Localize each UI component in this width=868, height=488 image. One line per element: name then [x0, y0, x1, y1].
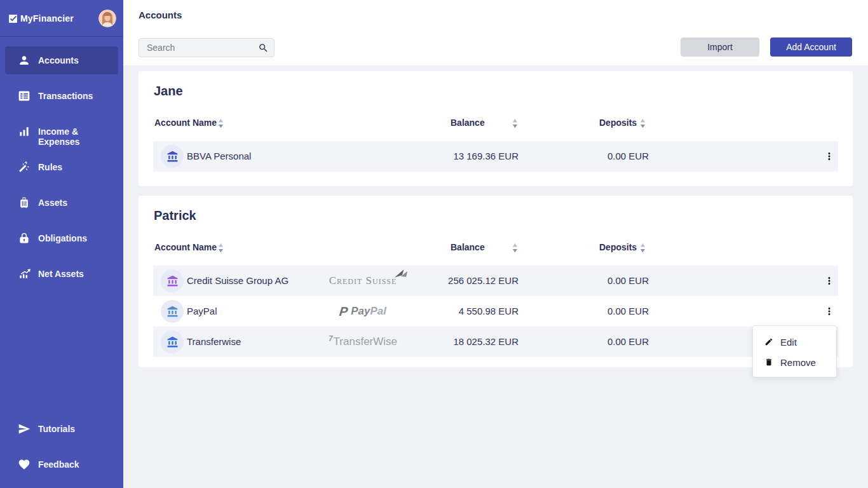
account-deposits: 0.00 EUR [522, 296, 649, 327]
account-balance: 256 025.12 EUR [391, 266, 519, 296]
sidebar-item-label: Accounts [38, 55, 79, 65]
heart-icon [18, 458, 31, 471]
account-name: Credit Suisse Group AG [187, 266, 288, 296]
account-deposits: 0.00 EUR [522, 141, 649, 172]
account-name: Transferwise [187, 327, 241, 357]
account-row[interactable]: PayPal P PayPal 4 550.98 EUR 0.00 EUR [153, 296, 838, 327]
account-balance: 4 550.98 EUR [391, 296, 519, 327]
sidebar-item-label: Obligations [38, 233, 87, 243]
column-header-balance[interactable]: Balance [451, 242, 485, 252]
column-header-account-name[interactable]: Account Name [154, 242, 217, 252]
sidebar-item-feedback[interactable]: Feedback [5, 451, 118, 478]
account-deposits: 0.00 EUR [522, 327, 649, 357]
context-menu-edit[interactable]: Edit [753, 332, 836, 352]
search-icon[interactable] [258, 43, 269, 53]
app-logo-icon [8, 13, 18, 24]
search-box [139, 38, 275, 57]
bank-icon [161, 145, 184, 168]
sidebar-item-obligations[interactable]: Obligations [5, 224, 118, 252]
account-name: PayPal [187, 296, 217, 327]
main-area: Accounts Import Add Account Jane Account… [123, 0, 868, 488]
sort-icon[interactable] [640, 243, 646, 252]
context-menu-remove[interactable]: Remove [753, 352, 836, 372]
app-title: MyFinancier [20, 13, 74, 24]
sidebar-item-label: Income & Expenses [38, 126, 118, 147]
sidebar-item-rules[interactable]: Rules [5, 153, 118, 181]
table-icon [18, 90, 31, 102]
bar-chart-icon [18, 125, 31, 138]
person-icon [18, 54, 31, 67]
group-owner-name: Jane [154, 84, 183, 98]
transferwise-flag-icon: 7 [329, 334, 333, 343]
sidebar-header: MyFinancier [0, 0, 123, 37]
sidebar-item-net-assets[interactable]: Net Assets [5, 260, 118, 288]
bank-icon [161, 269, 184, 292]
sidebar-item-label: Transactions [38, 91, 93, 101]
transferwise-logo: 7 TransferWise [329, 336, 397, 348]
table-header: Account Name Balance Deposits [153, 242, 838, 254]
account-balance: 13 169.36 EUR [391, 141, 519, 172]
sidebar-nav: Accounts Transactions Income & Expenses … [0, 46, 123, 295]
sidebar-item-label: Assets [38, 198, 67, 208]
sidebar-item-accounts[interactable]: Accounts [5, 46, 118, 74]
import-button[interactable]: Import [681, 37, 759, 57]
sidebar-item-tutorials[interactable]: Tutorials [5, 415, 118, 443]
add-account-button[interactable]: Add Account [770, 37, 852, 57]
account-name: BBVA Personal [187, 141, 251, 172]
sidebar: MyFinancier Accounts [0, 0, 123, 488]
sidebar-item-label: Net Assets [38, 269, 84, 279]
context-menu-label: Edit [780, 337, 797, 348]
sidebar-item-income-expenses[interactable]: Income & Expenses [5, 118, 118, 146]
bank-icon [161, 300, 184, 323]
account-row[interactable]: BBVA Personal 13 169.36 EUR 0.00 EUR [153, 141, 838, 172]
column-header-account-name[interactable]: Account Name [154, 118, 217, 128]
row-menu-button[interactable] [821, 273, 837, 288]
sidebar-item-label: Rules [38, 162, 62, 172]
topbar: Accounts Import Add Account [123, 0, 868, 65]
sidebar-footer-nav: Tutorials Feedback [0, 415, 123, 486]
pencil-icon [764, 337, 773, 346]
column-header-balance[interactable]: Balance [451, 118, 485, 128]
sort-icon[interactable] [512, 119, 518, 128]
trash-icon [764, 358, 773, 367]
app-window: MyFinancier Accounts [0, 0, 868, 488]
column-header-deposits[interactable]: Deposits [599, 118, 637, 128]
account-row[interactable]: Transferwise 7 TransferWise 18 025.32 EU… [153, 327, 838, 357]
column-header-deposits[interactable]: Deposits [599, 242, 637, 252]
trending-chart-icon [18, 268, 31, 280]
magic-wand-icon [18, 161, 31, 173]
bank-icon [161, 330, 184, 353]
row-context-menu: Edit Remove [752, 325, 837, 377]
paypal-logo: P PayPal [339, 304, 386, 319]
sort-icon[interactable] [640, 119, 646, 128]
lock-icon [18, 232, 31, 245]
table-header: Account Name Balance Deposits [153, 118, 838, 129]
credit-suisse-logo: Credit Suisse [329, 274, 397, 287]
row-menu-button[interactable] [821, 304, 837, 319]
group-card-patrick: Patrick Account Name Balance Deposits [139, 196, 853, 367]
row-menu-button[interactable] [821, 149, 837, 164]
sort-icon[interactable] [218, 119, 224, 128]
sort-icon[interactable] [218, 243, 224, 252]
send-icon [18, 423, 31, 435]
page-title: Accounts [139, 10, 182, 20]
sidebar-item-label: Tutorials [38, 424, 75, 434]
sort-icon[interactable] [512, 243, 518, 252]
search-input[interactable] [139, 39, 254, 57]
account-row[interactable]: Credit Suisse Group AG Credit Suisse 256… [153, 266, 838, 296]
context-menu-label: Remove [780, 357, 816, 368]
sidebar-item-label: Feedback [38, 459, 79, 470]
account-deposits: 0.00 EUR [522, 266, 649, 296]
sidebar-item-transactions[interactable]: Transactions [5, 82, 118, 110]
group-card-jane: Jane Account Name Balance Deposits [139, 71, 853, 186]
sidebar-item-assets[interactable]: Assets [5, 189, 118, 217]
paypal-p-icon: P [339, 304, 349, 319]
group-owner-name: Patrick [154, 208, 196, 223]
briefcase-icon [18, 196, 31, 209]
account-balance: 18 025.32 EUR [391, 327, 519, 357]
avatar[interactable] [98, 10, 116, 27]
